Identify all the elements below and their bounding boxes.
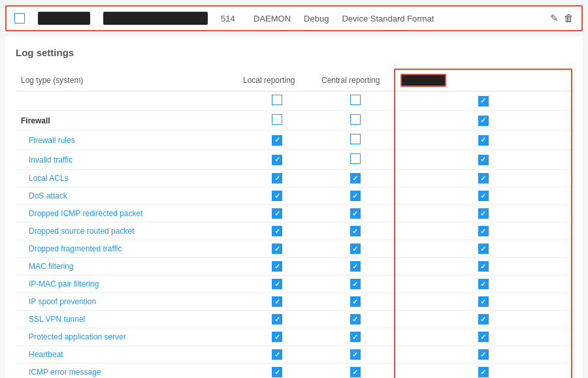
row-central[interactable]: [316, 170, 395, 187]
table-row: Invalid traffic: [16, 150, 572, 170]
row-central[interactable]: [316, 150, 395, 170]
row-label: Firewall: [16, 111, 238, 131]
table-row: Heartbeat: [16, 346, 572, 364]
row-custom[interactable]: [395, 150, 572, 170]
row-central[interactable]: [316, 240, 395, 258]
row-local[interactable]: [238, 131, 316, 150]
row-local[interactable]: [238, 364, 316, 379]
col-header-central: Central reporting: [316, 69, 395, 91]
table-row: IP spoof prevention: [16, 293, 572, 311]
row-label: IP spoof prevention: [16, 293, 238, 311]
row-custom[interactable]: [395, 111, 572, 131]
row-local[interactable]: [238, 111, 316, 131]
row-custom[interactable]: [395, 205, 572, 223]
table-row: Local ACLs: [16, 170, 572, 187]
table-row: Dropped fragmented traffic: [16, 240, 572, 258]
row-custom[interactable]: [395, 311, 572, 328]
row-custom[interactable]: [395, 223, 572, 240]
row-local[interactable]: [238, 346, 316, 364]
section-title: Log settings: [16, 47, 572, 58]
row-central[interactable]: [316, 223, 395, 240]
row-custom[interactable]: [395, 276, 572, 293]
row-central[interactable]: [316, 187, 395, 205]
row-central[interactable]: [316, 328, 395, 346]
row-label: DoS attack: [16, 187, 238, 205]
custom-col-label: [400, 74, 446, 87]
row-central[interactable]: [316, 346, 395, 364]
row-local[interactable]: [238, 276, 316, 293]
row-custom[interactable]: [395, 328, 572, 346]
row-local[interactable]: [238, 150, 316, 170]
row-central[interactable]: [316, 111, 395, 131]
row-central[interactable]: [316, 205, 395, 223]
table-row: ICMP error message: [16, 364, 572, 379]
row-local[interactable]: [238, 311, 316, 328]
row-label: Dropped ICMP redirected packet: [16, 205, 238, 223]
row-local[interactable]: [238, 223, 316, 240]
log-table: Log type (system) Local reporting Centra…: [16, 69, 572, 378]
row-central[interactable]: [316, 131, 395, 150]
top-bar-format: Device Standard Format: [342, 14, 537, 24]
row-central[interactable]: [316, 364, 395, 379]
table-row: [16, 91, 572, 111]
row-label: Heartbeat: [16, 346, 238, 364]
table-row: IP-MAC pair filtering: [16, 276, 572, 293]
edit-icon[interactable]: ✎: [550, 12, 559, 24]
delete-icon[interactable]: 🗑: [564, 12, 574, 24]
row-label: IP-MAC pair filtering: [16, 276, 238, 293]
row-local[interactable]: [238, 240, 316, 258]
row-label: Local ACLs: [16, 170, 238, 187]
table-row: Dropped source routed packet: [16, 223, 572, 240]
table-row: Firewall: [16, 111, 572, 131]
row-central[interactable]: [316, 276, 395, 293]
row-central[interactable]: [316, 311, 395, 328]
row-custom[interactable]: [395, 240, 572, 258]
row-central[interactable]: [316, 91, 395, 111]
top-bar-actions: ✎ 🗑: [550, 12, 574, 24]
col-header-logtype: Log type (system): [16, 69, 238, 91]
top-bar-checkbox[interactable]: [14, 13, 25, 24]
top-bar-port: 514: [221, 14, 240, 24]
row-local[interactable]: [238, 258, 316, 276]
row-label: Dropped source routed packet: [16, 223, 238, 240]
top-bar-field-2: [103, 12, 208, 25]
main-content: Log settings Log type (system) Local rep…: [5, 37, 583, 378]
table-row: Dropped ICMP redirected packet: [16, 205, 572, 223]
row-local[interactable]: [238, 170, 316, 187]
row-local[interactable]: [238, 187, 316, 205]
row-label: MAC filtering: [16, 258, 238, 276]
table-row: Protected application server: [16, 328, 572, 346]
row-label: Firewall rules: [16, 131, 238, 150]
row-central[interactable]: [316, 293, 395, 311]
row-local[interactable]: [238, 293, 316, 311]
table-row: DoS attack: [16, 187, 572, 205]
table-row: MAC filtering: [16, 258, 572, 276]
row-central[interactable]: [316, 258, 395, 276]
row-label: Protected application server: [16, 328, 238, 346]
row-custom[interactable]: [395, 131, 572, 150]
table-row: SSL VPN tunnel: [16, 311, 572, 328]
row-label: Dropped fragmented traffic: [16, 240, 238, 258]
row-custom[interactable]: [395, 187, 572, 205]
row-custom[interactable]: [395, 364, 572, 379]
row-local[interactable]: [238, 91, 316, 111]
row-custom[interactable]: [395, 293, 572, 311]
row-custom[interactable]: [395, 346, 572, 364]
row-label: ICMP error message: [16, 364, 238, 379]
row-local[interactable]: [238, 205, 316, 223]
row-label: SSL VPN tunnel: [16, 311, 238, 328]
row-label: Invalid traffic: [16, 150, 238, 170]
row-custom[interactable]: [395, 170, 572, 187]
top-bar: 514 DAEMON Debug Device Standard Format …: [5, 5, 583, 31]
col-header-local: Local reporting: [238, 69, 316, 91]
top-bar-level: Debug: [304, 14, 329, 24]
col-header-custom: [395, 69, 572, 91]
row-custom[interactable]: [395, 91, 572, 111]
log-table-body: Firewall Firewall rules Invalid traffic: [16, 91, 572, 379]
row-custom[interactable]: [395, 258, 572, 276]
table-header-row: Log type (system) Local reporting Centra…: [16, 69, 572, 91]
row-local[interactable]: [238, 328, 316, 346]
table-row: Firewall rules: [16, 131, 572, 150]
top-bar-field-1: [38, 12, 90, 25]
row-label: [16, 91, 238, 111]
